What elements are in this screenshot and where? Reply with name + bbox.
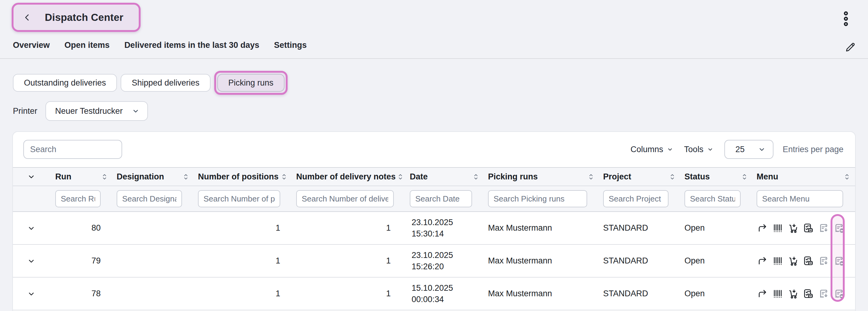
column-header-run[interactable]: Run bbox=[50, 172, 111, 181]
cell-project: STANDARD bbox=[598, 256, 679, 266]
sort-icon[interactable] bbox=[282, 173, 286, 181]
column-header-date[interactable]: Date bbox=[404, 172, 483, 181]
delivery-note-download-icon[interactable] bbox=[818, 288, 830, 300]
delivery-note-download-icon[interactable] bbox=[818, 222, 830, 234]
chevron-down-icon bbox=[27, 224, 35, 232]
cell-run: 78 bbox=[50, 289, 111, 299]
cart-arrow-down-icon[interactable] bbox=[787, 288, 799, 300]
tools-dropdown[interactable]: Tools bbox=[684, 145, 713, 154]
cell-number-of-positions: 1 bbox=[192, 256, 291, 266]
filter-input-number-of-delivery-notes[interactable] bbox=[296, 190, 394, 207]
chevron-down-icon bbox=[27, 257, 35, 265]
outstanding-deliveries-button[interactable]: Outstanding deliveries bbox=[13, 74, 117, 92]
column-header-number-of-positions[interactable]: Number of positions bbox=[192, 172, 291, 181]
sort-icon[interactable] bbox=[474, 173, 478, 181]
tab-overview[interactable]: Overview bbox=[13, 40, 50, 50]
tools-dropdown-label: Tools bbox=[684, 145, 704, 154]
row-expander[interactable] bbox=[13, 290, 50, 298]
back-button[interactable] bbox=[22, 12, 33, 23]
cell-picking-runs: Max Mustermann bbox=[483, 256, 598, 266]
delivery-note-print-icon[interactable] bbox=[834, 255, 845, 267]
checklist-remove-icon[interactable] bbox=[803, 222, 814, 234]
sort-icon[interactable] bbox=[184, 173, 188, 181]
picking-runs-button[interactable]: Picking runs bbox=[217, 74, 284, 92]
table-row: 78 1 1 15.10.2025 00:00:34 Max Musterman… bbox=[13, 278, 855, 310]
cell-number-of-delivery-notes: 1 bbox=[291, 289, 404, 299]
column-header-menu[interactable]: Menu bbox=[751, 172, 854, 181]
printer-label: Printer bbox=[13, 106, 37, 116]
filter-input-status[interactable] bbox=[684, 190, 741, 207]
tab-settings[interactable]: Settings bbox=[274, 40, 307, 50]
barcode-icon[interactable] bbox=[772, 222, 783, 234]
shipped-deliveries-button[interactable]: Shipped deliveries bbox=[121, 74, 211, 92]
chevron-left-icon bbox=[23, 12, 32, 23]
barcode-icon[interactable] bbox=[772, 288, 783, 300]
printer-select[interactable]: Neuer Testdrucker bbox=[45, 101, 148, 121]
filter-input-designation[interactable] bbox=[117, 190, 182, 207]
column-header-picking-runs[interactable]: Picking runs bbox=[483, 172, 598, 181]
table-row: 80 1 1 23.10.2025 15:30:14 Max Musterman… bbox=[13, 212, 855, 245]
filter-input-picking-runs[interactable] bbox=[488, 190, 587, 207]
cell-menu bbox=[751, 288, 854, 300]
delivery-note-print-icon[interactable] bbox=[834, 288, 845, 300]
kebab-icon bbox=[841, 10, 851, 28]
cell-run: 79 bbox=[50, 256, 111, 266]
column-header-number-of-delivery-notes[interactable]: Number of delivery notes bbox=[291, 172, 404, 181]
chevron-down-icon bbox=[707, 146, 713, 152]
tab-delivered-items[interactable]: Delivered items in the last 30 days bbox=[124, 40, 259, 50]
cell-number-of-delivery-notes: 1 bbox=[291, 223, 404, 233]
sort-icon[interactable] bbox=[742, 173, 747, 181]
tab-bar: Overview Open items Delivered items in t… bbox=[13, 40, 307, 50]
chevron-down-icon bbox=[132, 107, 140, 115]
cell-date: 23.10.2025 15:26:20 bbox=[404, 250, 483, 272]
cell-menu bbox=[751, 222, 854, 234]
column-header-project[interactable]: Project bbox=[598, 172, 679, 181]
table-row: 79 1 1 23.10.2025 15:26:20 Max Musterman… bbox=[13, 245, 855, 278]
edit-button[interactable] bbox=[843, 40, 857, 54]
forward-icon[interactable] bbox=[756, 222, 768, 234]
row-expander[interactable] bbox=[13, 224, 50, 232]
forward-icon[interactable] bbox=[756, 288, 768, 300]
chevron-down-icon bbox=[758, 146, 766, 153]
cell-project: STANDARD bbox=[598, 289, 679, 299]
delivery-filter-buttons: Outstanding deliveries Shipped deliverie… bbox=[13, 71, 288, 95]
tab-open-items[interactable]: Open items bbox=[64, 40, 110, 50]
filter-input-number-of-positions[interactable] bbox=[198, 190, 280, 207]
column-header-status[interactable]: Status bbox=[679, 172, 751, 181]
column-header-designation[interactable]: Designation bbox=[111, 172, 192, 181]
sort-icon[interactable] bbox=[102, 173, 107, 181]
delivery-note-download-icon[interactable] bbox=[818, 255, 830, 267]
checklist-remove-icon[interactable] bbox=[803, 255, 814, 267]
cell-status: Open bbox=[679, 256, 751, 266]
expand-all-toggle[interactable] bbox=[13, 173, 50, 181]
sort-icon[interactable] bbox=[670, 173, 675, 181]
sort-icon[interactable] bbox=[845, 173, 849, 181]
entries-per-page-select[interactable]: 25 bbox=[724, 140, 773, 159]
pencil-icon bbox=[844, 41, 856, 53]
filter-input-project[interactable] bbox=[603, 190, 669, 207]
sort-icon[interactable] bbox=[589, 173, 593, 181]
cart-arrow-down-icon[interactable] bbox=[787, 255, 799, 267]
printer-select-value: Neuer Testdrucker bbox=[55, 106, 123, 116]
filter-input-date[interactable] bbox=[410, 190, 472, 207]
columns-dropdown-label: Columns bbox=[630, 145, 663, 154]
cell-run: 80 bbox=[50, 223, 111, 233]
cart-arrow-down-icon[interactable] bbox=[787, 222, 799, 234]
barcode-icon[interactable] bbox=[772, 255, 783, 267]
checklist-remove-icon[interactable] bbox=[803, 288, 814, 300]
delivery-note-print-icon[interactable] bbox=[834, 222, 845, 234]
table-filter-row bbox=[13, 185, 855, 212]
cell-status: Open bbox=[679, 289, 751, 299]
cell-picking-runs: Max Mustermann bbox=[483, 223, 598, 233]
forward-icon[interactable] bbox=[756, 255, 768, 267]
more-menu-button[interactable] bbox=[840, 10, 852, 28]
chevron-down-icon bbox=[667, 146, 673, 152]
filter-input-menu[interactable] bbox=[756, 190, 843, 207]
columns-dropdown[interactable]: Columns bbox=[630, 145, 673, 154]
annotation-highlight-picking-runs: Picking runs bbox=[214, 71, 288, 95]
sort-icon[interactable] bbox=[398, 173, 403, 181]
search-input[interactable] bbox=[23, 140, 122, 159]
cell-number-of-delivery-notes: 1 bbox=[291, 256, 404, 266]
row-expander[interactable] bbox=[13, 257, 50, 265]
filter-input-run[interactable] bbox=[55, 190, 101, 207]
